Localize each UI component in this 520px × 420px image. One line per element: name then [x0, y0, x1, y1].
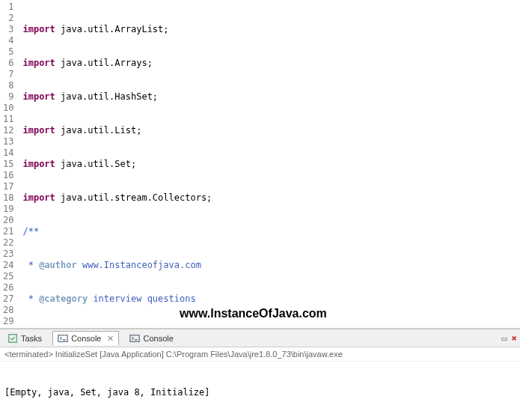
tab-console-2[interactable]: Console — [125, 332, 177, 345]
console-header: <terminated> InitializeSet [Java Applica… — [0, 347, 520, 362]
line-num: 1 — [3, 1, 13, 13]
line-num: 6 — [3, 58, 13, 69]
tab-console[interactable]: Console ✕ — [52, 331, 119, 345]
svg-rect-1 — [58, 335, 67, 342]
close-icon[interactable]: ✕ — [107, 334, 114, 344]
line-num: 27 — [3, 293, 13, 305]
line-num: 12 — [3, 125, 13, 136]
svg-rect-2 — [130, 335, 139, 341]
code-line: import java.util.HashSet; — [22, 91, 517, 103]
code-line: * @author www.Instanceofjava.com — [22, 260, 517, 271]
line-num: 26 — [3, 282, 13, 293]
line-num: 13 — [3, 136, 13, 147]
line-num: 3 — [3, 24, 13, 35]
line-num: 11 — [3, 114, 13, 125]
tab-tasks[interactable]: Tasks — [3, 332, 46, 345]
code-line: import java.util.ArrayList; — [22, 24, 517, 35]
line-num: 9 — [3, 91, 13, 103]
line-num: 18 — [3, 192, 13, 204]
console-output: [Empty, java, Set, java 8, Initialize] [… — [0, 362, 520, 420]
tab-label: Console — [71, 334, 101, 343]
bottom-tabs: Tasks Console ✕ Console ▭ ✖ — [0, 329, 520, 347]
console-icon — [129, 333, 140, 344]
line-num: 23 — [3, 249, 13, 260]
line-num: 15 — [3, 159, 13, 170]
output-line: [Empty, java, Set, java 8, Initialize] — [4, 387, 516, 398]
code-line: /** — [22, 226, 517, 237]
line-num: 16 — [3, 170, 13, 181]
code-area[interactable]: import java.util.ArrayList; import java.… — [19, 0, 520, 328]
code-editor[interactable]: 1 2 3 4 5 6 7 8 9 10 11 12 13 14 15 16 1… — [0, 0, 520, 329]
line-num: 19 — [3, 204, 13, 215]
line-num: 22 — [3, 237, 13, 249]
console-icon — [58, 333, 68, 344]
line-num: 17 — [3, 181, 13, 192]
line-num: 28 — [3, 305, 13, 316]
remove-icon[interactable]: ✖ — [512, 333, 517, 344]
tab-label: Console — [143, 334, 173, 343]
line-gutter: 1 2 3 4 5 6 7 8 9 10 11 12 13 14 15 16 1… — [0, 0, 19, 328]
tab-label: Tasks — [21, 334, 42, 343]
code-line: import java.util.stream.Collectors; — [22, 192, 517, 204]
line-num: 24 — [3, 260, 13, 271]
line-num: 29 — [3, 316, 13, 327]
code-line: import java.util.Set; — [22, 159, 517, 170]
code-line: import java.util.List; — [22, 125, 517, 136]
line-num: 14 — [3, 147, 13, 159]
line-num: 2 — [3, 13, 13, 24]
line-num: 5 — [3, 46, 13, 58]
line-num: 25 — [3, 271, 13, 282]
line-num: 20 — [3, 215, 13, 226]
minimize-icon[interactable]: ▭ — [502, 333, 507, 344]
watermark: www.InstanceOfJava.com — [180, 307, 327, 320]
code-line: import java.util.Arrays; — [22, 58, 517, 69]
line-num: 8 — [3, 80, 13, 91]
code-line: * @category interview questions — [22, 293, 517, 305]
line-num: 7 — [3, 69, 13, 80]
tasks-icon — [7, 333, 18, 344]
line-num: 21 — [3, 226, 13, 237]
line-num: 10 — [3, 103, 13, 114]
line-num: 4 — [3, 35, 13, 46]
